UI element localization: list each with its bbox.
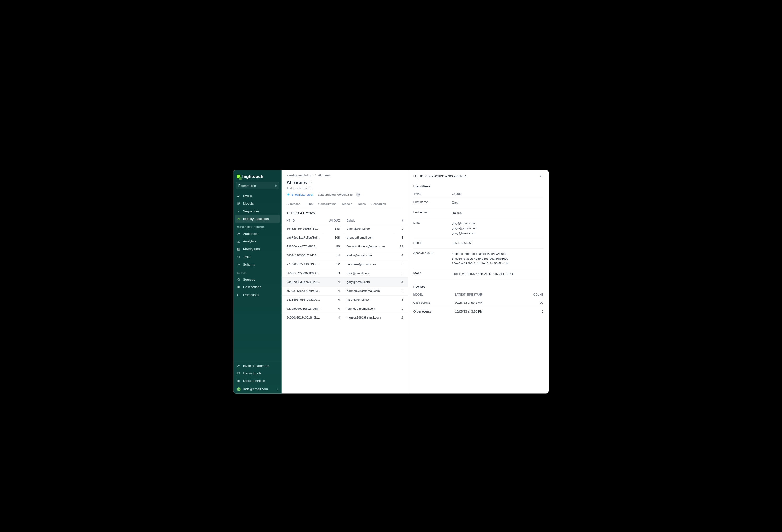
col-ts: LATEST TIMESTAMP (455, 291, 520, 298)
cell-ht-id: bb668ca95563216088... (282, 269, 323, 278)
cell-ht-id: bab79ed11a715ccf3c8... (282, 233, 323, 242)
sidebar-user-menu[interactable]: LJ linda@email.com › (234, 385, 282, 393)
identifier-type: Phone (414, 238, 452, 248)
svg-point-25 (238, 365, 239, 365)
cell-count: 3 (395, 278, 408, 286)
svg-point-18 (239, 264, 240, 265)
table-row[interactable]: bab79ed11a715ccf3c8...108brenda@email.co… (282, 233, 408, 242)
sidebar-item-documentation[interactable]: Documentation (234, 377, 282, 385)
identifier-row: Anonymous ID4fdfb0fc-c4b4-4cbe-a47d-f5ec… (414, 248, 543, 269)
cell-email: fernado.t9.nelly@email.com (344, 242, 395, 251)
sidebar-item-priority-lists[interactable]: Priority lists (234, 245, 282, 253)
sidebar-footer: Invite a teammateGet in touchDocumentati… (234, 362, 282, 385)
sidebar-item-audiences[interactable]: Audiences (234, 230, 282, 238)
snowflake-icon (286, 193, 290, 197)
schema-icon (237, 263, 240, 266)
source-name: Snowflake prod (291, 193, 313, 197)
identity-icon (237, 217, 240, 220)
sidebar-item-models[interactable]: Models (234, 200, 282, 207)
sidebar-item-extensions[interactable]: Extensions (234, 291, 282, 299)
sidebar-item-invite-a-teammate[interactable]: Invite a teammate (234, 362, 282, 369)
sidebar-item-traits[interactable]: Traits (234, 253, 282, 260)
table-row[interactable]: 4c4825f8e42403a73c...133danny@email.com1 (282, 224, 408, 233)
table-row[interactable]: 49660ecce477d6983...58fernado.t9.nelly@e… (282, 242, 408, 251)
nav-label: Destinations (243, 285, 261, 289)
svg-rect-24 (238, 294, 240, 296)
updown-chevron-icon (275, 184, 277, 186)
table-row[interactable]: d27cfed992598c27bd8...4lonnie72@email.co… (282, 304, 408, 313)
cell-count: 3 (395, 295, 408, 304)
nav-heading-setup: SETUP (234, 268, 282, 276)
source-link[interactable]: Snowflake prod (286, 193, 313, 197)
identifier-type: MAID (414, 269, 452, 279)
breadcrumb-leaf: All users (318, 174, 331, 177)
breadcrumb-root[interactable]: Identity resolution (286, 174, 312, 177)
cell-unique: 4 (323, 313, 344, 322)
sidebar-item-identity-resolution[interactable]: Identity resolution (235, 215, 280, 223)
col-type: TYPE (414, 190, 452, 198)
svg-rect-23 (239, 287, 240, 288)
cell-count: 1 (395, 260, 408, 269)
cell-unique: 14 (323, 251, 344, 260)
tab-models[interactable]: Models (342, 200, 352, 208)
sidebar-item-destinations[interactable]: Destinations (234, 283, 282, 291)
sidebar-item-syncs[interactable]: Syncs (234, 192, 282, 200)
table-row[interactable]: 7807c1983801f39d33...14emilio@email.com5 (282, 251, 408, 260)
sidebar-item-analytics[interactable]: Analytics (234, 238, 282, 245)
cell-email: lonnie72@email.com (344, 304, 395, 313)
identifier-value: 4fdfb0fc-c4b4-4cbe-a47d-f5ec5c35e6b964c2… (452, 248, 543, 269)
user-email: linda@email.com (243, 387, 268, 391)
nav-label: Schema (243, 262, 255, 266)
cell-unique: 8 (323, 269, 344, 278)
nav-label: Analytics (243, 240, 256, 243)
sidebar-item-get-in-touch[interactable]: Get in touch (234, 369, 282, 377)
svg-rect-22 (238, 287, 238, 288)
cell-unique: 4 (323, 304, 344, 313)
sidebar-item-sources[interactable]: Sources (234, 276, 282, 283)
page-title: All users (286, 180, 307, 185)
col-count: # (395, 217, 408, 224)
nav-label: Identity resolution (243, 217, 269, 221)
main: Identity resolution / All users All user… (282, 170, 548, 393)
table-row[interactable]: bb668ca95563216088...8alex@email.com1 (282, 269, 408, 278)
tab-rules[interactable]: Rules (358, 200, 366, 208)
tab-schedules[interactable]: Schedules (371, 200, 386, 208)
nav-heading-studio: CUSTOMER STUDIO (234, 223, 282, 230)
syncs-icon (237, 194, 240, 198)
identifier-row: Emailgary@email.comgary.t@yahoo.comgerry… (414, 218, 543, 238)
svg-point-12 (239, 233, 239, 234)
table-row[interactable]: fa1e26802563f3919ac...12cameron@email.co… (282, 260, 408, 269)
close-icon[interactable] (539, 174, 543, 178)
cell-ht-id: 4c4825f8e42403a73c... (282, 224, 323, 233)
cell-count: 4 (395, 233, 408, 242)
models-icon (237, 202, 240, 205)
profiles-table: HT_ID UNIQUE EMAIL # 4c4825f8e42403a73c.… (282, 217, 408, 322)
identifier-row: Phone555-555-5555 (414, 238, 543, 248)
cell-count: 2 (395, 313, 408, 322)
table-row[interactable]: 3c600b9817c361648b8...4monica1881@email.… (282, 313, 408, 322)
identifier-value: Holden (452, 208, 543, 218)
workspace-select[interactable]: Ecommerce (236, 182, 279, 189)
event-model: Order events (414, 307, 455, 316)
cell-email: alex@email.com (344, 269, 395, 278)
cell-unique: 58 (323, 242, 344, 251)
traits-icon (237, 255, 240, 258)
description-placeholder[interactable]: Add a description... (286, 186, 403, 190)
cell-unique: 133 (323, 224, 344, 233)
tab-runs[interactable]: Runs (305, 200, 312, 208)
table-row[interactable]: c666e113ee370c8cf43...4hannah.y89@email.… (282, 286, 408, 295)
edit-icon[interactable] (309, 181, 312, 184)
destinations-icon (237, 285, 240, 289)
cell-count: 23 (395, 242, 408, 251)
tab-summary[interactable]: Summary (286, 200, 299, 208)
table-row[interactable]: 14156914c1670d32dea...4jason@email.com3 (282, 295, 408, 304)
table-row[interactable]: 6dd2703831a7605443...4gary@email.com3 (282, 278, 408, 286)
cell-email: monica1881@email.com (344, 313, 395, 322)
identifier-type: Anonymous ID (414, 248, 452, 269)
svg-point-0 (238, 195, 238, 196)
tab-configuration[interactable]: Configuration (318, 200, 336, 208)
col-count: COUNT (520, 291, 543, 298)
sidebar-item-schema[interactable]: Schema (234, 261, 282, 268)
cell-unique: 108 (323, 233, 344, 242)
sidebar-item-sequences[interactable]: Sequences (234, 208, 282, 215)
